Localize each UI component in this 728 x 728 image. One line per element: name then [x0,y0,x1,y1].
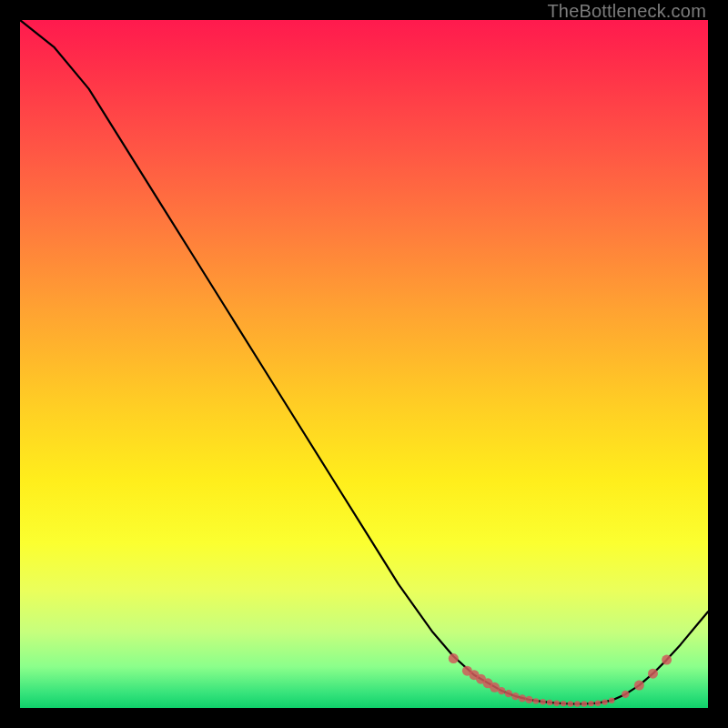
marker-dot [519,694,526,702]
marker-dot [547,700,552,705]
curve-line [20,20,708,704]
marker-dot [568,701,573,706]
chart-container: TheBottleneck.com [0,0,728,728]
marker-dot [588,701,593,706]
highlight-markers [449,653,672,707]
marker-dot [622,691,629,698]
marker-dot [581,701,587,706]
marker-dot [595,701,601,706]
marker-dot [449,653,459,663]
marker-dot [561,701,566,706]
marker-dot [498,687,505,694]
marker-dot [662,655,672,665]
marker-dot [554,701,560,706]
watermark-text: TheBottleneck.com [547,1,706,22]
marker-dot [602,699,607,704]
marker-dot [609,698,614,703]
marker-dot [634,681,644,691]
marker-dot [574,701,580,706]
marker-dot [525,696,532,703]
chart-overlay-svg [20,20,708,708]
marker-dot [505,690,512,697]
plot-area [20,20,708,708]
marker-dot [540,699,545,704]
marker-dot [648,669,658,679]
marker-dot [533,698,539,703]
marker-dot [511,693,519,700]
